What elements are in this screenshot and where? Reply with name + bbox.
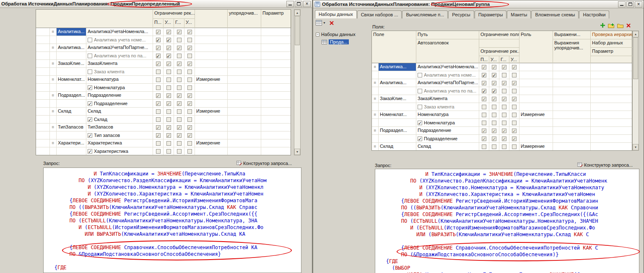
- restriction-checkbox[interactable]: [177, 85, 182, 90]
- delete-field-icon[interactable]: [626, 23, 631, 28]
- restriction-checkbox[interactable]: [177, 77, 182, 82]
- field-row[interactable]: ≡Аналитика...АналитикаУчетаПоПартне...: [36, 44, 291, 52]
- folder-icon[interactable]: [617, 23, 623, 28]
- auto-title-row[interactable]: Номенклатура: [36, 84, 291, 92]
- restriction-checkbox[interactable]: [177, 46, 182, 50]
- restriction-checkbox[interactable]: [512, 144, 517, 149]
- field-row[interactable]: ≡Аналитика...АналитикаУчетаНоменкла...: [36, 28, 291, 36]
- minimize-button[interactable]: [618, 1, 626, 8]
- restriction-checkbox[interactable]: [166, 46, 171, 50]
- restriction-checkbox[interactable]: [502, 121, 506, 125]
- field-row[interactable]: ≡Аналитика...АналитикаУчетаПоПартне...: [372, 79, 632, 87]
- field-row[interactable]: ≡Номенклат...НоменклатураИзмерение: [36, 76, 291, 84]
- restriction-checkbox[interactable]: [177, 101, 182, 106]
- restriction-checkbox[interactable]: [187, 70, 192, 74]
- restriction-checkbox[interactable]: [492, 81, 496, 85]
- tab-0[interactable]: Наборы данных: [315, 10, 357, 18]
- auto-title-row[interactable]: Заказ клиента: [372, 103, 632, 111]
- restriction-checkbox[interactable]: [492, 129, 496, 133]
- restriction-checkbox[interactable]: [166, 141, 171, 146]
- tab-5[interactable]: Макеты: [507, 10, 531, 18]
- restriction-checkbox[interactable]: [502, 105, 506, 109]
- right-fields-table[interactable]: ≡Аналитика...АналитикаУчетаНоменкла...Ан…: [371, 63, 632, 151]
- left-titlebar[interactable]: Обработка ИсточникиДанныхПланирования: П…: [0, 0, 312, 8]
- use-field-checkbox[interactable]: [418, 136, 422, 141]
- auto-title-row[interactable]: Номенклатура: [372, 119, 632, 127]
- restriction-checkbox[interactable]: [502, 129, 506, 133]
- tree-item-datasets-root[interactable]: − Наборы данных: [316, 31, 369, 38]
- restriction-checkbox[interactable]: [177, 149, 182, 154]
- restriction-checkbox[interactable]: [166, 149, 171, 154]
- restriction-checkbox[interactable]: [166, 125, 171, 130]
- restriction-checkbox[interactable]: [512, 89, 517, 93]
- scroll-down-icon[interactable]: ▼: [633, 144, 639, 150]
- restriction-checkbox[interactable]: [156, 149, 161, 154]
- restriction-checkbox[interactable]: [177, 141, 182, 146]
- restriction-checkbox[interactable]: [502, 136, 506, 141]
- restriction-checkbox[interactable]: [156, 30, 161, 34]
- use-field-checkbox[interactable]: [88, 149, 92, 154]
- restriction-checkbox[interactable]: [512, 129, 517, 133]
- scroll-track[interactable]: [633, 79, 639, 144]
- use-field-checkbox[interactable]: [88, 70, 92, 74]
- restriction-checkbox[interactable]: [492, 97, 496, 101]
- restriction-checkbox[interactable]: [166, 70, 171, 74]
- restriction-checkbox[interactable]: [512, 121, 517, 125]
- add-dataset-button[interactable]: ▼: [316, 20, 326, 26]
- auto-title-row[interactable]: Аналитика учета по па...: [372, 87, 632, 95]
- scroll-up-icon[interactable]: ▲: [633, 31, 639, 37]
- add-field-icon[interactable]: [600, 23, 605, 28]
- scroll-thumb[interactable]: [633, 37, 638, 79]
- restriction-checkbox[interactable]: [512, 105, 517, 109]
- restriction-checkbox[interactable]: [482, 73, 486, 77]
- restriction-checkbox[interactable]: [177, 133, 182, 138]
- restriction-checkbox[interactable]: [156, 77, 161, 82]
- maximize-button[interactable]: [626, 1, 634, 8]
- auto-title-row[interactable]: Тип запасов: [36, 131, 291, 139]
- right-titlebar[interactable]: Обработка ИсточникиДанныхПланирования: П…: [313, 0, 644, 8]
- restriction-checkbox[interactable]: [512, 73, 517, 77]
- close-button[interactable]: ×: [635, 1, 642, 8]
- field-row[interactable]: ≡Подраздел...Подразделение: [36, 92, 291, 100]
- restriction-checkbox[interactable]: [502, 89, 506, 93]
- left-table-scrollbar[interactable]: ▲ ▼: [294, 9, 301, 155]
- restriction-checkbox[interactable]: [177, 125, 182, 130]
- restriction-checkbox[interactable]: [166, 93, 171, 98]
- restriction-checkbox[interactable]: [482, 113, 486, 117]
- left-query-builder-link[interactable]: Конструктор запроса...: [236, 160, 292, 166]
- scroll-thumb[interactable]: [295, 16, 300, 45]
- restriction-checkbox[interactable]: [187, 101, 192, 106]
- tab-4[interactable]: Параметры: [475, 10, 507, 18]
- restriction-checkbox[interactable]: [187, 30, 192, 34]
- restriction-checkbox[interactable]: [482, 121, 486, 125]
- scroll-down-icon[interactable]: ▼: [294, 149, 300, 155]
- use-field-checkbox[interactable]: [88, 117, 92, 122]
- restriction-checkbox[interactable]: [166, 62, 171, 66]
- restriction-checkbox[interactable]: [502, 113, 506, 117]
- auto-title-row[interactable]: Подразделение: [372, 135, 632, 143]
- restriction-checkbox[interactable]: [156, 62, 161, 66]
- tab-6[interactable]: Вложенные схемы: [531, 10, 579, 18]
- right-query-builder-link[interactable]: Конструктор запроса...: [577, 162, 633, 167]
- restriction-checkbox[interactable]: [512, 136, 517, 141]
- tab-3[interactable]: Ресурсы: [448, 10, 474, 18]
- restriction-checkbox[interactable]: [482, 105, 486, 109]
- restriction-checkbox[interactable]: [502, 81, 506, 85]
- scroll-up-icon[interactable]: ▲: [294, 10, 300, 16]
- restriction-checkbox[interactable]: [492, 121, 496, 125]
- restriction-checkbox[interactable]: [187, 117, 192, 122]
- restriction-checkbox[interactable]: [187, 85, 192, 90]
- restriction-checkbox[interactable]: [166, 85, 171, 90]
- restriction-checkbox[interactable]: [482, 136, 486, 141]
- restriction-checkbox[interactable]: [177, 109, 182, 114]
- restriction-checkbox[interactable]: [166, 101, 171, 106]
- restriction-checkbox[interactable]: [187, 46, 192, 50]
- restriction-checkbox[interactable]: [482, 144, 486, 149]
- restriction-checkbox[interactable]: [166, 30, 171, 34]
- delete-dataset-button[interactable]: [329, 21, 334, 26]
- restriction-checkbox[interactable]: [492, 65, 496, 70]
- minimize-button[interactable]: [286, 1, 294, 7]
- restriction-checkbox[interactable]: [492, 105, 496, 109]
- right-table-scrollbar[interactable]: ▲ ▼: [632, 31, 639, 151]
- restriction-checkbox[interactable]: [512, 81, 517, 85]
